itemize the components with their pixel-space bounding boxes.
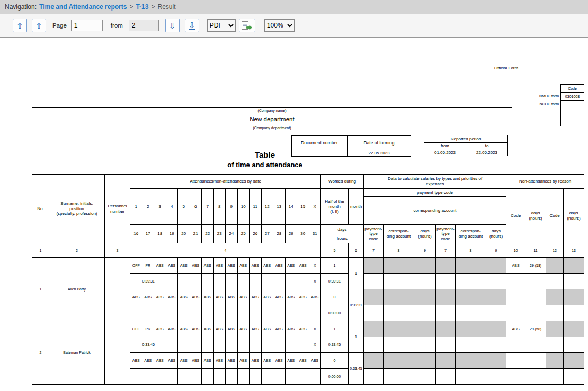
date-cell: ABS xyxy=(273,289,286,305)
date-cell xyxy=(178,337,190,353)
go-previous-page-button[interactable]: ⇧ xyxy=(32,19,46,32)
date-cell xyxy=(250,337,262,353)
date-cell xyxy=(190,369,202,385)
half-month-value: 1 xyxy=(321,258,349,274)
date-cell xyxy=(130,274,142,289)
col-header-salary-2: days (hours) xyxy=(414,225,436,243)
date-cell: ABS xyxy=(178,321,190,337)
date-cell: ABS xyxy=(213,353,226,369)
date-cell: ABS xyxy=(154,289,166,305)
day-number-top: 11 xyxy=(250,189,262,225)
official-form-label: Official Form xyxy=(494,66,518,70)
salary-cell xyxy=(436,321,456,337)
date-cell xyxy=(273,337,286,353)
month-days-value: 1 xyxy=(349,258,364,289)
day-number-top: X xyxy=(309,189,321,225)
date-cell xyxy=(297,337,309,353)
attendance-table-body: 1Allen BarryOFFPRABSABSABSABSABSABSABSAB… xyxy=(32,258,584,385)
total-pages-input[interactable] xyxy=(129,20,159,31)
date-cell: ABS xyxy=(285,289,297,305)
col-number: 11 xyxy=(525,243,546,258)
ncoc-form-label: NCOC form xyxy=(516,102,559,106)
header-row-sections: No.Surname, initials, position (specialt… xyxy=(32,175,584,189)
month-days-value: 1 xyxy=(349,321,364,353)
col-number: 4 xyxy=(130,243,321,258)
col-header-salary-3: payment- type code xyxy=(436,225,456,243)
date-cell: X xyxy=(309,337,321,353)
date-cell xyxy=(154,305,166,321)
code-box: Code 0301008 xyxy=(560,84,584,126)
date-cell xyxy=(226,337,238,353)
salary-cell xyxy=(414,289,436,305)
nonattendance-cell xyxy=(525,337,546,353)
go-next-page-button[interactable]: ⇩ xyxy=(165,19,180,32)
period-from-label: from xyxy=(424,143,466,149)
date-cell xyxy=(213,305,226,321)
arrow-up-icon: ⇧ xyxy=(16,22,23,30)
salary-cell xyxy=(486,289,506,305)
col-number: 9 xyxy=(486,243,506,258)
date-cell: ABS xyxy=(309,289,321,305)
col-header-no: No. xyxy=(32,175,49,243)
salary-cell xyxy=(456,369,486,385)
date-cell xyxy=(130,337,142,353)
date-cell xyxy=(166,369,178,385)
employee-line: 1Allen BarryOFFPRABSABSABSABSABSABSABSAB… xyxy=(32,258,584,274)
salary-cell xyxy=(436,258,456,274)
nav-link-reports[interactable]: Time and Attendance reports xyxy=(39,3,127,11)
company-name-line xyxy=(32,107,512,108)
breadcrumb: Navigation: Time and Attendance reports … xyxy=(0,0,588,14)
attendance-table: No.Surname, initials, position (specialt… xyxy=(32,174,584,385)
nonattendance-cell xyxy=(564,289,584,305)
half-month-value: 1 xyxy=(321,321,349,337)
go-last-page-button[interactable]: ⇩ xyxy=(185,19,199,32)
date-cell: ABS xyxy=(166,289,178,305)
department-name: New department xyxy=(32,116,512,122)
half-month-value: 0:00:00 xyxy=(321,369,349,385)
format-select[interactable]: PDF xyxy=(207,19,236,32)
day-number-bottom: 26 xyxy=(250,225,262,243)
date-cell xyxy=(237,369,250,385)
employee-no: 1 xyxy=(32,258,49,321)
date-cell xyxy=(285,369,297,385)
salary-cell xyxy=(436,369,456,385)
date-cell: ABS xyxy=(213,258,226,274)
section-header-attendance: Attendances/non-attendances by date xyxy=(130,175,321,189)
export-button[interactable] xyxy=(239,19,255,32)
date-cell: ABS xyxy=(226,321,238,337)
salary-cell xyxy=(486,353,506,369)
day-number-top: 9 xyxy=(226,189,238,225)
date-cell xyxy=(202,369,214,385)
date-cell xyxy=(285,337,297,353)
report-page: Official Form Code 0301008 NMDC form NCO… xyxy=(0,38,588,390)
date-cell xyxy=(178,274,190,289)
employee-no: 2 xyxy=(32,321,49,385)
date-cell: ABS xyxy=(202,289,214,305)
date-cell: ABS xyxy=(237,353,250,369)
go-first-page-button[interactable]: ⇧ xyxy=(13,19,27,32)
day-number-bottom: 27 xyxy=(261,225,273,243)
nonattendance-cell xyxy=(564,274,584,289)
salary-cell xyxy=(486,274,506,289)
date-cell: ABS xyxy=(273,321,286,337)
day-number-top: 8 xyxy=(213,189,226,225)
nonattendance-cell xyxy=(506,353,525,369)
nonattendance-cell: 29 (58) xyxy=(525,321,546,337)
date-cell: ABS xyxy=(261,289,273,305)
col-number: 13 xyxy=(564,243,584,258)
nav-link-t13[interactable]: T-13 xyxy=(136,3,148,11)
nonattendance-cell xyxy=(525,289,546,305)
date-cell: X xyxy=(309,274,321,289)
date-cell: ABS xyxy=(285,258,297,274)
date-cell: ABS xyxy=(285,353,297,369)
page-input[interactable] xyxy=(71,20,103,31)
from-label: from xyxy=(111,22,123,29)
date-cell xyxy=(250,369,262,385)
month-hours-value: 0:39:31 xyxy=(349,289,364,321)
date-cell: X xyxy=(309,321,321,337)
date-cell: ABS xyxy=(297,289,309,305)
col-number: 2 xyxy=(49,243,105,258)
date-cell xyxy=(261,274,273,289)
date-cell xyxy=(226,305,238,321)
zoom-select[interactable]: 100% xyxy=(264,19,295,32)
